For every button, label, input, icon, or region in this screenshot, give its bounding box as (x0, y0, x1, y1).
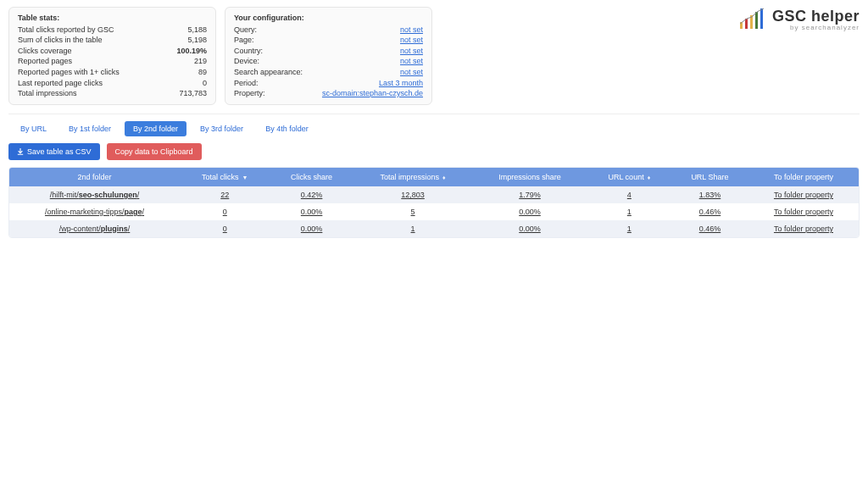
folder-link[interactable]: /hilft-mit/seo-schulungen/ (50, 191, 140, 199)
stat-row: Last reported page clicks0 (18, 78, 207, 89)
config-label: Property: (234, 88, 265, 99)
cell-value[interactable]: 22 (220, 191, 229, 199)
cell-value[interactable]: 1 (627, 208, 632, 216)
cell-value[interactable]: 0 (223, 225, 227, 233)
table-cell: 0 (180, 203, 270, 220)
col-label: URL Share (691, 173, 728, 181)
folder-link[interactable]: /online-marketing-tipps/page/ (45, 208, 144, 216)
table-cell: 0.42% (270, 186, 353, 203)
cell-value[interactable]: 0.42% (301, 191, 323, 199)
save-csv-label: Save table as CSV (27, 147, 92, 156)
config-value-link[interactable]: sc-domain:stephan-czysch.de (322, 88, 423, 99)
cell-value[interactable]: 12,803 (401, 191, 425, 199)
config-value-link[interactable]: Last 3 month (379, 78, 423, 89)
table-cell: 0.46% (671, 203, 748, 220)
stats-rows: Total clicks reported by GSC5,188Sum of … (18, 25, 207, 99)
cell-value[interactable]: 1 (411, 225, 415, 233)
table-cell: 4 (587, 186, 671, 203)
col-header[interactable]: Total clicks▼ (180, 168, 270, 186)
col-header[interactable]: Total impressions♦ (353, 168, 473, 186)
stat-row: Total clicks reported by GSC5,188 (18, 25, 207, 36)
stat-value: 713,783 (179, 88, 207, 99)
table-row: /wp-content/plugins/00.00%10.00%10.46%To… (9, 220, 859, 237)
save-csv-button[interactable]: Save table as CSV (8, 143, 100, 160)
col-header[interactable]: URL Share (671, 168, 748, 186)
to-folder-property-link[interactable]: To folder property (774, 191, 833, 199)
config-label: Country: (234, 46, 263, 57)
table-cell: 5 (353, 203, 473, 220)
table-cell: 1 (587, 220, 671, 237)
col-header[interactable]: To folder property (748, 168, 859, 186)
tab-by-4th-folder[interactable]: By 4th folder (257, 121, 317, 136)
cell-value[interactable]: 0.00% (301, 225, 323, 233)
cell-value[interactable]: 0.00% (519, 208, 541, 216)
col-label: Clicks share (291, 173, 332, 181)
config-row: Property:sc-domain:stephan-czysch.de (234, 88, 423, 99)
col-label: 2nd folder (78, 173, 112, 181)
config-row: Page:not set (234, 35, 423, 46)
stat-label: Total impressions (18, 88, 77, 99)
table-body: /hilft-mit/seo-schulungen/220.42%12,8031… (9, 186, 859, 237)
col-header[interactable]: 2nd folder (9, 168, 180, 186)
config-card: Your configuration: Query:not setPage:no… (225, 7, 432, 105)
config-value-link[interactable]: not set (400, 25, 423, 36)
table-cell: 12,803 (353, 186, 473, 203)
stat-label: Reported pages (18, 56, 72, 67)
table-cell: 0.00% (270, 220, 353, 237)
table-row: /online-marketing-tipps/page/00.00%50.00… (9, 203, 859, 220)
copy-clipboard-button[interactable]: Copy data to Clipboard (107, 143, 202, 160)
table-cell: 1 (587, 203, 671, 220)
cell-value[interactable]: 0.00% (519, 225, 541, 233)
table-cell: To folder property (748, 203, 859, 220)
cell-value[interactable]: 0 (223, 208, 227, 216)
logo-chart-icon (738, 7, 769, 32)
config-value-link[interactable]: not set (400, 46, 423, 57)
data-table: 2nd folderTotal clicks▼Clicks shareTotal… (9, 168, 859, 237)
col-label: To folder property (774, 173, 833, 181)
table-cell: 1 (353, 220, 473, 237)
action-buttons: Save table as CSV Copy data to Clipboard (8, 143, 860, 160)
config-value-link[interactable]: not set (400, 67, 423, 78)
config-value-link[interactable]: not set (400, 35, 423, 46)
cell-value[interactable]: 0.46% (699, 208, 721, 216)
col-header[interactable]: Clicks share (270, 168, 353, 186)
cell-value[interactable]: 0.00% (301, 208, 323, 216)
to-folder-property-link[interactable]: To folder property (774, 208, 833, 216)
config-value-link[interactable]: not set (400, 56, 423, 67)
folder-link[interactable]: /wp-content/plugins/ (59, 225, 131, 233)
table-cell: 0 (180, 220, 270, 237)
stat-label: Sum of clicks in the table (18, 35, 103, 46)
stat-value: 5,198 (187, 35, 207, 46)
col-label: Total impressions (381, 173, 440, 181)
download-icon (17, 148, 24, 155)
config-title: Your configuration: (234, 13, 423, 24)
config-label: Period: (234, 78, 259, 89)
tab-by-2nd-folder[interactable]: By 2nd folder (125, 121, 186, 136)
col-header[interactable]: URL count♦ (587, 168, 671, 186)
stat-label: Clicks coverage (18, 46, 72, 57)
sort-icon: ▼ (242, 175, 248, 180)
cell-value[interactable]: 1.83% (699, 191, 721, 199)
to-folder-property-link[interactable]: To folder property (774, 225, 833, 233)
tab-by-url[interactable]: By URL (12, 121, 55, 136)
col-header[interactable]: Impressions share (472, 168, 587, 186)
table-cell: To folder property (748, 186, 859, 203)
config-row: Query:not set (234, 25, 423, 36)
stat-value: 5,188 (187, 25, 207, 36)
table-header-row: 2nd folderTotal clicks▼Clicks shareTotal… (9, 168, 859, 186)
svg-rect-3 (755, 12, 758, 29)
col-label: URL count (608, 173, 643, 181)
cell-value[interactable]: 5 (411, 208, 415, 216)
cell-value[interactable]: 1.79% (519, 191, 541, 199)
table-cell: /hilft-mit/seo-schulungen/ (9, 186, 180, 203)
table-cell: 0.46% (671, 220, 748, 237)
svg-rect-1 (745, 19, 748, 29)
col-label: Impressions share (498, 173, 561, 181)
cell-value[interactable]: 1 (627, 225, 632, 233)
table-cell: 0.00% (270, 203, 353, 220)
cell-value[interactable]: 0.46% (699, 225, 721, 233)
config-rows: Query:not setPage:not setCountry:not set… (234, 25, 423, 99)
cell-value[interactable]: 4 (627, 191, 632, 199)
tab-by-1st-folder[interactable]: By 1st folder (60, 121, 120, 136)
tab-by-3rd-folder[interactable]: By 3rd folder (192, 121, 252, 136)
